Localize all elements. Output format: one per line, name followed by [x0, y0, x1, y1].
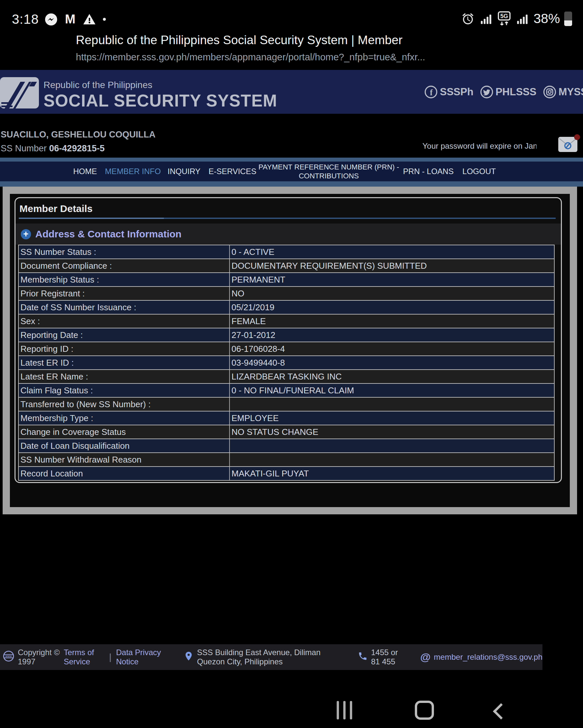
unread-badge — [574, 134, 580, 140]
nav-bottom-strip — [0, 181, 583, 187]
row-value: MAKATI-GIL PUYAT — [230, 467, 554, 480]
table-row: SS Number Status :0 - ACTIVE — [19, 245, 554, 259]
nav-prn-contributions[interactable]: PAYMENT REFERENCE NUMBER (PRN) - CONTRIB… — [256, 161, 401, 181]
agency-name: SOCIAL SECURITY SYSTEM — [44, 91, 277, 110]
row-value: 27-01-2012 — [230, 329, 554, 342]
nav-e-services[interactable]: E-SERVICES — [209, 161, 257, 181]
email-link[interactable]: member_relations@sss.gov.ph — [434, 652, 542, 662]
row-value: EMPLOYEE — [230, 412, 554, 425]
signal-strength-icon — [479, 12, 493, 26]
at-email-icon: @ — [420, 651, 430, 664]
alarm-icon — [461, 12, 475, 26]
data-privacy-link[interactable]: Data Privacy Notice — [116, 648, 164, 666]
ss-number-line: SS Number 06-4292815-5 — [1, 144, 104, 154]
page-title[interactable]: Republic of the Philippines Social Secur… — [76, 33, 403, 47]
row-label: Change in Coverage Status — [19, 425, 230, 439]
nav-home[interactable]: HOME — [73, 161, 97, 181]
facebook-link[interactable]: f SSSPh — [424, 85, 474, 99]
recent-apps-button[interactable] — [337, 701, 352, 720]
row-label: Membership Type : — [19, 412, 230, 425]
sss-header-banner: Republic of the Philippines SOCIAL SECUR… — [0, 70, 583, 114]
card-title: Member Details — [20, 203, 561, 214]
facebook-handle: SSSPh — [440, 86, 474, 98]
nav-inquiry[interactable]: INQUIRY — [168, 161, 201, 181]
warning-notification-icon — [82, 12, 96, 26]
row-label: Reporting Date : — [19, 329, 230, 342]
hotline-text: 1455 or 81 455 — [371, 648, 404, 666]
ss-number-value: 06-4292815-5 — [49, 144, 104, 153]
instagram-icon — [543, 85, 556, 99]
nav-logout[interactable]: LOGOUT — [462, 161, 496, 181]
mail-notification-icon[interactable] — [558, 137, 577, 152]
card-divider — [19, 217, 556, 219]
status-bar: 3:18 M 5G — [0, 0, 583, 31]
row-value — [230, 439, 554, 452]
nav-member-info[interactable]: MEMBER INFO — [105, 161, 160, 181]
nav-top-strip — [0, 158, 583, 161]
nav-prn-loans[interactable]: PRN - LOANS — [403, 161, 453, 181]
instagram-handle: MYSSSPH — [559, 86, 583, 98]
address-bar-url[interactable]: https://member.sss.gov.ph/members/appman… — [76, 52, 425, 63]
row-value: 0 - ACTIVE — [230, 245, 554, 259]
terms-of-service-link[interactable]: Terms of Service — [64, 648, 104, 666]
row-label: Record Location — [19, 467, 230, 480]
table-row: Document Compliance :DOCUMENTARY REQUIRE… — [19, 259, 554, 273]
row-label: Sex : — [19, 315, 230, 328]
twitter-link[interactable]: PHLSSS — [480, 85, 536, 99]
main-navigation: HOME MEMBER INFO INQUIRY E-SERVICES PAYM… — [0, 158, 583, 187]
table-row: Latest ER Name :LIZARDBEAR TASKING INC — [19, 370, 554, 384]
table-row: Date of SS Number Issuance :05/21/2019 — [19, 301, 554, 315]
gmail-notification-icon: M — [63, 12, 77, 26]
expand-plus-icon[interactable]: + — [21, 229, 31, 239]
office-address: SSS Building East Avenue, Diliman Quezon… — [197, 648, 339, 666]
clock-text: 3:18 — [12, 12, 39, 27]
twitter-handle: PHLSSS — [496, 86, 536, 98]
row-label: Transferred to (New SS Number) : — [19, 398, 230, 411]
row-label: Latest ER Name : — [19, 370, 230, 383]
member-details-table: SS Number Status :0 - ACTIVE Document Co… — [18, 245, 555, 481]
svg-text:f: f — [430, 88, 433, 97]
status-right-cluster: 5G 38% — [461, 11, 572, 26]
home-button[interactable] — [415, 701, 434, 720]
row-label: Document Compliance : — [19, 259, 230, 272]
row-value — [230, 453, 554, 466]
table-row: Claim Flag Status :0 - NO FINAL/FUNERAL … — [19, 384, 554, 398]
copyright-text: Copyright © 1997 — [18, 648, 60, 666]
row-label: Membership Status : — [19, 273, 230, 286]
ss-number-label: SS Number — [1, 144, 47, 153]
table-row: SS Number Withdrawal Reason — [19, 453, 554, 467]
row-label: Claim Flag Status : — [19, 384, 230, 397]
row-value: 05/21/2019 — [230, 301, 554, 314]
page-footer: www Copyright © 1997 Terms of Service | … — [0, 644, 542, 670]
table-row: Change in Coverage StatusNO STATUS CHANG… — [19, 425, 554, 439]
globe-icon: www — [3, 650, 15, 664]
table-row: Reporting ID :06-1706028-4 — [19, 342, 554, 356]
row-label: SS Number Status : — [19, 245, 230, 259]
table-row: Membership Status :PERMANENT — [19, 273, 554, 287]
row-label: Date of Loan Disqualification — [19, 439, 230, 452]
row-value: NO STATUS CHANGE — [230, 425, 554, 439]
table-row: Transferred to (New SS Number) : — [19, 398, 554, 412]
table-row: Membership Type :EMPLOYEE — [19, 412, 554, 425]
battery-percent-text: 38% — [534, 11, 560, 26]
social-links: f SSSPh PHLSSS MYSSSPH — [424, 70, 583, 114]
row-value: LIZARDBEAR TASKING INC — [230, 370, 554, 383]
footer-separator: | — [109, 652, 111, 662]
member-name: SUACILLO, GESHELLOU COQUILLA — [1, 130, 156, 140]
agency-name-block: Republic of the Philippines SOCIAL SECUR… — [44, 80, 277, 110]
phone-screen: 3:18 M 5G — [0, 0, 583, 728]
instagram-link[interactable]: MYSSSPH — [543, 85, 583, 99]
password-expiry-notice: Your password will expire on Jan 02 — [423, 141, 536, 151]
address-contact-section-header[interactable]: + Address & Contact Information — [16, 224, 561, 245]
sss-logo — [0, 77, 39, 110]
row-value: 03-9499440-8 — [230, 356, 554, 369]
android-back-button[interactable] — [493, 703, 509, 720]
facebook-icon: f — [424, 85, 437, 99]
5g-network-icon: 5G — [497, 12, 511, 26]
row-label: Reporting ID : — [19, 342, 230, 356]
section-title: Address & Contact Information — [35, 229, 181, 240]
browser-toolbar: ← Republic of the Philippines Social Sec… — [0, 31, 583, 70]
table-row: Sex :FEMALE — [19, 315, 554, 329]
notification-dot-icon — [103, 18, 106, 21]
row-value: PERMANENT — [230, 273, 554, 286]
